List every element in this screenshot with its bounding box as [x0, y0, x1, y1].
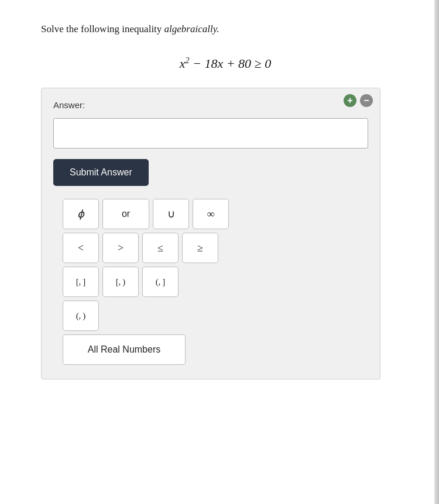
submit-button[interactable]: Submit Answer [53, 159, 149, 186]
bracket-half-open-key[interactable]: [, ) [102, 267, 139, 297]
page-container: Solve the following inequality algebraic… [0, 0, 439, 504]
paren-half-open-key[interactable]: (, ] [142, 267, 179, 297]
greater-than-key[interactable]: > [102, 233, 139, 263]
bracket-closed-key[interactable]: [, ] [63, 267, 99, 297]
instruction-text: Solve the following inequality algebraic… [41, 23, 410, 35]
add-answer-button[interactable]: + [344, 94, 356, 107]
greater-than-equal-key[interactable]: ≥ [182, 233, 218, 263]
phi-key[interactable]: ϕ [63, 199, 99, 229]
less-than-equal-key[interactable]: ≤ [142, 233, 179, 263]
less-than-key[interactable]: < [63, 233, 99, 263]
keypad-row-1: ϕ or ∪ ∞ [63, 199, 368, 229]
or-key[interactable]: or [102, 199, 149, 229]
union-key[interactable]: ∪ [153, 199, 189, 229]
infinity-key[interactable]: ∞ [193, 199, 229, 229]
all-real-numbers-key[interactable]: All Real Numbers [63, 334, 186, 365]
answer-label: Answer: [53, 100, 368, 110]
paren-open-key[interactable]: (, ) [63, 301, 99, 331]
keypad-row-2: < > ≤ ≥ [63, 233, 368, 263]
equation-container: x2 − 18x + 80 ≥ 0 [41, 56, 410, 71]
answer-input[interactable] [53, 118, 368, 149]
equation: x2 − 18x + 80 ≥ 0 [180, 56, 271, 71]
keypad-row-5: All Real Numbers [63, 334, 368, 365]
keypad: ϕ or ∪ ∞ < > ≤ ≥ [, ] [, ) (, ] (, ) All… [63, 199, 368, 365]
answer-box-controls: + − [344, 94, 373, 107]
keypad-row-3: [, ] [, ) (, ] [63, 267, 368, 297]
keypad-row-4: (, ) [63, 301, 368, 331]
remove-answer-button[interactable]: − [360, 94, 373, 107]
answer-box: + − Answer: Submit Answer ϕ or ∪ ∞ < > ≤… [41, 88, 380, 379]
